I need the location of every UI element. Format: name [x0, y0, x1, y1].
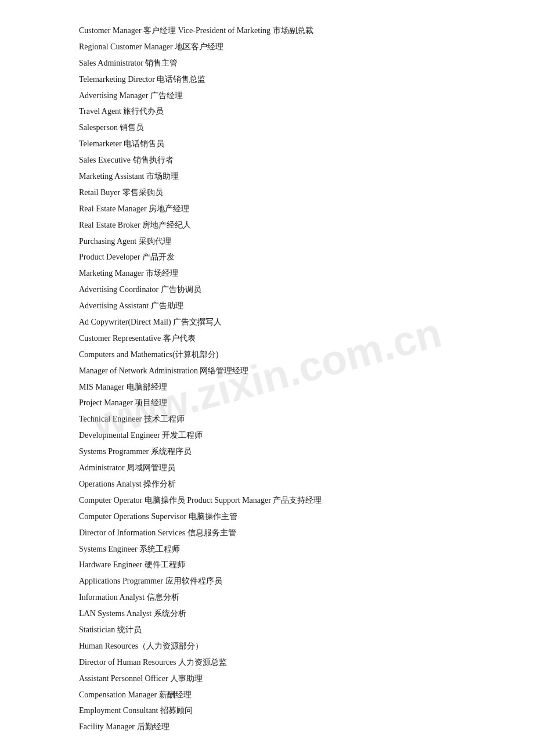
list-item: Marketing Manager 市场经理: [79, 266, 455, 281]
list-item: Advertising Manager 广告经理: [79, 88, 455, 103]
job-list: Customer Manager 客户经理 Vice-President of …: [79, 23, 455, 735]
list-item: Information Analyst 信息分析: [79, 590, 455, 605]
list-item: Salesperson 销售员: [79, 120, 455, 135]
list-item: Compensation Manager 薪酬经理: [79, 687, 455, 703]
list-item: Human Resources（人力资源部分）: [79, 639, 455, 654]
list-item: Regional Customer Manager 地区客户经理: [79, 39, 455, 55]
list-item: Operations Analyst 操作分析: [79, 477, 455, 492]
list-item: Hardware Engineer 硬件工程师: [79, 557, 455, 573]
list-item: Travel Agent 旅行代办员: [79, 104, 455, 119]
list-item: Customer Manager 客户经理 Vice-President of …: [79, 23, 455, 38]
list-item: Sales Administrator 销售主管: [79, 56, 455, 71]
list-item: Applications Programmer 应用软件程序员: [79, 574, 455, 589]
list-item: Statistician 统计员: [79, 622, 455, 638]
list-item: Product Developer 产品开发: [79, 250, 455, 265]
list-item: LAN Systems Analyst 系统分析: [79, 606, 455, 621]
list-item: Telemarketer 电话销售员: [79, 136, 455, 152]
list-item: Real Estate Manager 房地产经理: [79, 201, 455, 217]
list-item: Technical Engineer 技术工程师: [79, 412, 455, 427]
list-item: Administrator 局域网管理员: [79, 460, 455, 476]
list-item: Director of Human Resources 人力资源总监: [79, 655, 455, 670]
list-item: MIS Manager 电脑部经理: [79, 380, 455, 395]
list-item: Marketing Assistant 市场助理: [79, 169, 455, 184]
list-item: Customer Representative 客户代表: [79, 331, 455, 346]
list-item: Sales Executive 销售执行者: [79, 153, 455, 168]
list-item: Advertising Coordinator 广告协调员: [79, 282, 455, 297]
list-item: Advertising Assistant 广告助理: [79, 298, 455, 314]
list-item: Facility Manager 后勤经理: [79, 719, 455, 735]
list-item: Real Estate Broker 房地产经纪人: [79, 218, 455, 233]
list-item: Systems Programmer 系统程序员: [79, 444, 455, 459]
list-item: Computer Operator 电脑操作员 Product Support …: [79, 493, 455, 508]
list-item: Purchasing Agent 采购代理: [79, 234, 455, 249]
list-item: Ad Copywriter(Direct Mail) 广告文撰写人: [79, 315, 455, 330]
list-item: Project Manager 项目经理: [79, 395, 455, 411]
list-item: Systems Engineer 系统工程师: [79, 542, 455, 557]
list-item: Employment Consultant 招募顾问: [79, 703, 455, 718]
list-item: Computer Operations Supervisor 电脑操作主管: [79, 509, 455, 524]
list-item: Developmental Engineer 开发工程师: [79, 428, 455, 443]
list-item: Assistant Personnel Officer 人事助理: [79, 671, 455, 686]
list-item: Retail Buyer 零售采购员: [79, 185, 455, 200]
list-item: Telemarketing Director 电话销售总监: [79, 72, 455, 87]
list-item: Director of Information Services 信息服务主管: [79, 525, 455, 541]
list-item: Manager of Network Administration 网络管理经理: [79, 363, 455, 379]
list-item: Computers and Mathematics(计算机部分): [79, 347, 455, 362]
